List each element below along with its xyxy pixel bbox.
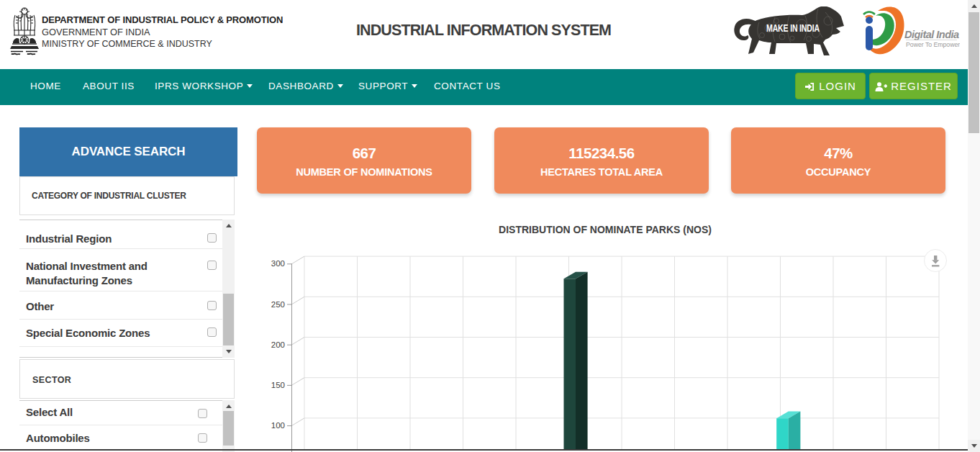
svg-text:300: 300 [271,259,285,268]
svg-text:200: 200 [271,340,285,349]
svg-text:Power To Empower: Power To Empower [906,41,960,48]
svg-text:100: 100 [271,421,285,430]
svg-text:250: 250 [271,300,285,309]
svg-text:Digital India: Digital India [904,29,959,40]
svg-text:150: 150 [271,381,285,389]
svg-text:MAKE IN INDIA: MAKE IN INDIA [766,22,820,35]
